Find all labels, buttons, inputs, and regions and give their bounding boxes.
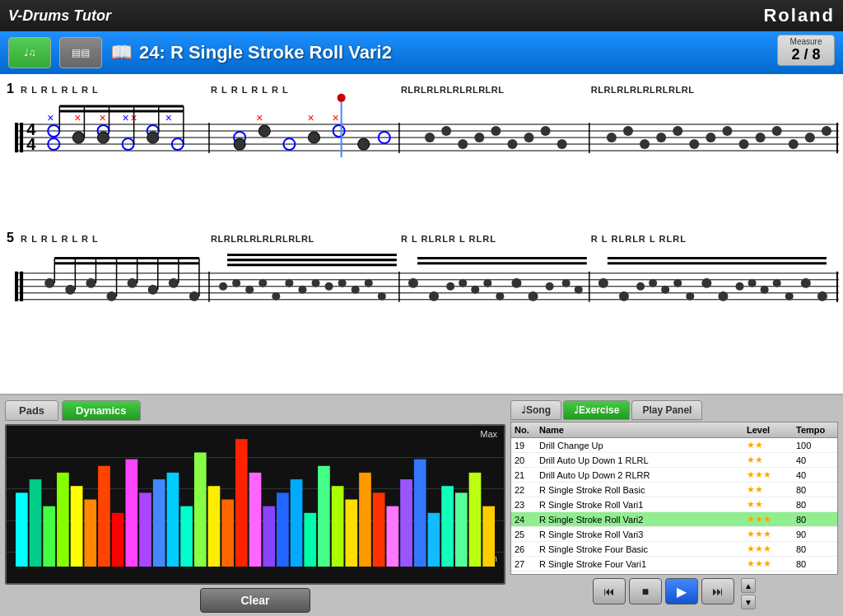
song-tempo: 80 xyxy=(794,484,836,496)
svg-point-50 xyxy=(524,133,533,142)
prev-button[interactable]: ⏮ xyxy=(593,578,626,604)
song-row[interactable]: 25 R Single Stroke Roll Vari3 ★★★ 90 xyxy=(511,527,837,542)
svg-point-115 xyxy=(272,292,280,301)
svg-point-140 xyxy=(619,292,629,301)
measure-box: Measure 2 / 8 xyxy=(777,35,835,66)
svg-point-63 xyxy=(772,126,782,136)
notation-view-button[interactable]: ♩♫ xyxy=(8,37,51,68)
svg-point-35 xyxy=(258,125,270,137)
svg-point-117 xyxy=(298,286,306,294)
svg-text:×: × xyxy=(165,111,172,124)
song-row[interactable]: 22 R Single Stroke Roll Basic ★★ 80 xyxy=(511,483,837,497)
svg-point-25 xyxy=(147,132,159,143)
svg-point-58 xyxy=(689,139,699,149)
col-name: Name xyxy=(538,424,745,436)
svg-text:×: × xyxy=(256,111,263,124)
svg-point-150 xyxy=(761,286,769,294)
svg-point-149 xyxy=(748,279,757,287)
tab-pads-button[interactable]: Pads xyxy=(5,400,58,421)
svg-point-123 xyxy=(378,292,386,301)
svg-point-62 xyxy=(756,133,766,142)
song-level: ★★ xyxy=(745,483,794,496)
svg-rect-87 xyxy=(15,272,18,301)
exercise-tab-button[interactable]: ♩Exercise xyxy=(563,400,630,420)
score-notation: 1 R L R L R L R L R L R L R L R L RLRLRL… xyxy=(0,74,843,394)
svg-text:4: 4 xyxy=(26,135,36,153)
svg-point-22 xyxy=(97,132,109,143)
measure-value: 2 / 8 xyxy=(785,46,827,63)
song-no: 22 xyxy=(513,484,538,496)
song-tempo: 80 xyxy=(794,499,836,511)
scroll-down-button[interactable]: ▼ xyxy=(741,595,756,609)
song-tempo: 40 xyxy=(794,469,836,481)
song-level: ★★★ xyxy=(745,469,794,481)
svg-point-148 xyxy=(735,282,743,291)
song-list-header: No. Name Level Tempo xyxy=(511,422,837,438)
svg-point-37 xyxy=(308,132,319,143)
song-no: 19 xyxy=(513,440,538,451)
song-tab-button[interactable]: ♩Song xyxy=(510,400,561,420)
svg-point-55 xyxy=(640,139,650,149)
song-level: ★★ xyxy=(745,454,794,466)
svg-point-112 xyxy=(232,279,240,287)
song-tempo: 100 xyxy=(794,440,836,451)
song-name: R Single Stroke Four Basic xyxy=(538,544,745,555)
left-panel: Pads Dynamics Max Min Clear xyxy=(0,395,510,616)
stop-button[interactable]: ■ xyxy=(629,578,662,604)
song-tempo: 80 xyxy=(794,544,836,555)
svg-point-20 xyxy=(72,132,84,143)
score-area: 1 R L R L R L R L R L R L R L R L RLRLRL… xyxy=(0,74,843,395)
svg-point-127 xyxy=(408,278,418,288)
svg-text:R  L  R  L  R  L  R  L: R L R L R L R L xyxy=(21,85,99,95)
song-row[interactable]: 21 Drill Auto Up Down 2 RLRR ★★★ 40 xyxy=(511,468,837,483)
dynamics-display: Max Min xyxy=(5,424,505,585)
song-level: ★★ xyxy=(745,498,794,511)
svg-point-131 xyxy=(471,286,479,294)
song-no: 24 xyxy=(513,514,538,525)
song-level: ★★★ xyxy=(745,543,794,555)
svg-point-120 xyxy=(338,279,347,287)
song-tempo: 80 xyxy=(794,514,836,525)
svg-point-153 xyxy=(801,278,811,288)
song-row[interactable]: 23 R Single Stroke Roll Vari1 ★★ 80 xyxy=(511,497,837,512)
svg-text:RLRLRLRLRLRLRLRL: RLRLRLRLRLRLRLRL xyxy=(401,85,505,95)
svg-point-98 xyxy=(148,285,158,295)
song-no: 21 xyxy=(513,469,538,481)
grid-view-button[interactable]: ▤▤ xyxy=(59,37,102,68)
svg-point-145 xyxy=(686,292,694,301)
svg-point-146 xyxy=(701,278,711,288)
svg-point-97 xyxy=(128,278,137,288)
play-button[interactable]: ▶ xyxy=(665,578,698,604)
song-row[interactable]: 20 Drill Auto Up Down 1 RLRL ★★ 40 xyxy=(511,453,837,468)
svg-point-52 xyxy=(557,139,567,149)
song-no: 26 xyxy=(513,544,538,555)
header-bar: ♩♫ ▤▤ 📖 24: R Single Stroke Roll Vari2 M… xyxy=(0,31,843,74)
svg-text:R  L  RLRLR  L  RLRL: R L RLRLR L RLRL xyxy=(401,234,496,244)
song-row[interactable]: 27 R Single Stroke Four Vari1 ★★★ 80 xyxy=(511,557,837,572)
song-name: R Single Stroke Roll Vari1 xyxy=(538,499,745,511)
song-tempo: 90 xyxy=(794,529,836,540)
svg-point-76 xyxy=(338,94,346,102)
tab-dynamics-button[interactable]: Dynamics xyxy=(62,400,140,421)
svg-point-99 xyxy=(169,278,179,288)
song-row[interactable]: 19 Drill Change Up ★★ 100 xyxy=(511,438,837,453)
svg-point-64 xyxy=(789,139,799,149)
svg-point-130 xyxy=(459,279,467,287)
svg-text:R  L  R  L  R  L  R  L: R L R L R L R L xyxy=(211,85,289,95)
song-row[interactable]: 24 R Single Stroke Roll Vari2 ★★★ 80 xyxy=(511,512,837,527)
song-title: 24: R Single Stroke Roll Vari2 xyxy=(139,42,392,63)
svg-text:×: × xyxy=(47,111,54,124)
svg-point-93 xyxy=(44,278,54,288)
scroll-up-button[interactable]: ▲ xyxy=(741,578,756,593)
clear-button[interactable]: Clear xyxy=(200,588,310,613)
play-panel-tab-button[interactable]: Play Panel xyxy=(631,400,702,420)
song-tempo: 80 xyxy=(794,558,836,570)
svg-point-136 xyxy=(546,282,554,291)
measure-label: Measure xyxy=(785,37,827,46)
song-row[interactable]: 26 R Single Stroke Four Basic ★★★ 80 xyxy=(511,542,837,557)
song-level: ★★★ xyxy=(745,528,794,540)
fast-forward-button[interactable]: ⏭ xyxy=(701,578,734,604)
svg-point-66 xyxy=(822,126,831,136)
col-no: No. xyxy=(513,424,538,436)
svg-point-53 xyxy=(607,133,617,142)
